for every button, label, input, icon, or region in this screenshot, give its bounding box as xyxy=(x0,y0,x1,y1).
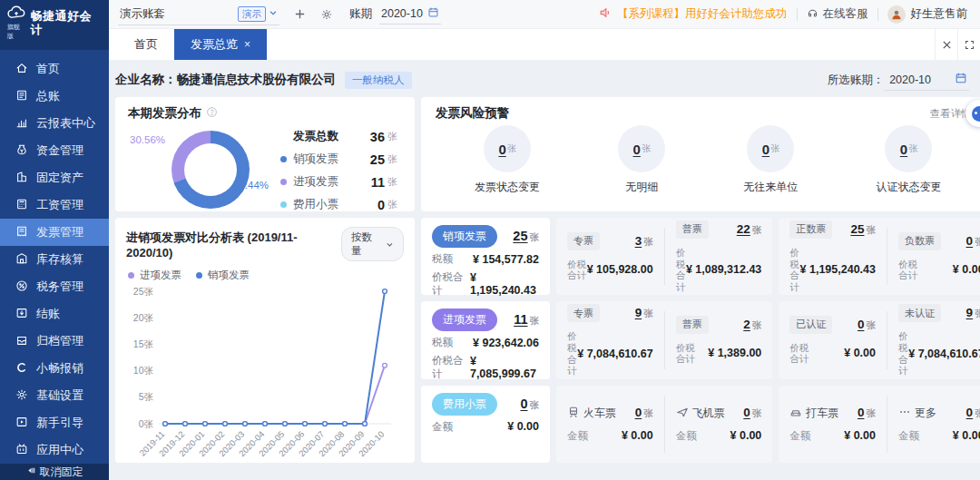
chart-legend-item[interactable]: 进项发票 xyxy=(128,269,181,282)
sidebar: 旗舰版 畅捷通好会计 首页总账云报表中心资金管理固定资产工资管理发票管理库存核算… xyxy=(0,0,109,480)
sub-count-link[interactable]: 9张 xyxy=(635,306,653,320)
sub-tag: 未认证 xyxy=(898,304,941,322)
divider xyxy=(664,228,665,285)
demo-tag: 演示 xyxy=(238,6,266,22)
sub-count-link[interactable]: 25张 xyxy=(850,222,876,237)
sub-count-link[interactable]: 9张 xyxy=(966,306,980,320)
sidebar-item-guide[interactable]: 新手引导 xyxy=(0,409,109,436)
sub-item-已认证: 已认证0张价税合计¥ 0.00 xyxy=(789,309,876,371)
sidebar-item-label: 首页 xyxy=(36,61,60,77)
sidebar-item-ledger[interactable]: 总账 xyxy=(0,83,109,110)
sub-label: 金额 xyxy=(789,429,810,443)
fixed-assets-icon xyxy=(15,171,28,186)
help-icon[interactable] xyxy=(206,106,218,121)
sub-count-link[interactable]: 2张 xyxy=(743,318,761,332)
sidebar-item-archive[interactable]: 归档管理 xyxy=(0,328,109,355)
close-tabs-button[interactable] xyxy=(935,29,957,60)
risk-item: 0张发票状态变更 xyxy=(475,125,540,195)
risk-item-label: 无往来单位 xyxy=(743,180,798,195)
legend-dot xyxy=(280,156,287,162)
risk-count-button[interactable]: 0张 xyxy=(618,125,665,172)
sidebar-item-salary[interactable]: 工资管理 xyxy=(0,191,109,219)
sub-count-link[interactable]: 0张 xyxy=(858,318,876,332)
expense-receipt-count-link[interactable]: 0张 xyxy=(520,397,539,412)
quantity-filter-button[interactable]: 按数量 xyxy=(341,227,404,261)
sidebar-item-label: 资金管理 xyxy=(36,142,83,159)
fullscreen-button[interactable] xyxy=(957,29,980,60)
calendar-icon xyxy=(955,72,967,87)
app-logo: 旗舰版 畅捷通好会计 xyxy=(0,0,109,50)
sidebar-item-fixed-assets[interactable]: 固定资产 xyxy=(0,164,109,191)
svg-text:5张: 5张 xyxy=(139,391,154,402)
announcement-link[interactable]: 【系列课程】用好好会计助您成功 xyxy=(599,6,788,22)
chart-title: 进销项发票对比分析表 (2019/11-2020/10) xyxy=(126,230,341,260)
sub-tag: 专票 xyxy=(567,232,600,250)
divider xyxy=(887,311,887,368)
sub-item-专票: 专票3张价税合计¥ 105,928.00 xyxy=(567,225,653,288)
closing-icon xyxy=(15,307,28,322)
sub-label: 价税合计 xyxy=(676,342,700,365)
unpin-sidebar-button[interactable]: 取消固定 xyxy=(0,464,109,480)
sidebar-item-label: 云报表中心 xyxy=(36,115,95,132)
sidebar-item-tax[interactable]: 税务管理 xyxy=(0,273,109,300)
tab-home[interactable]: 首页 xyxy=(118,29,174,60)
add-account-set-button[interactable] xyxy=(294,8,306,20)
guide-icon xyxy=(15,416,28,431)
account-set-select[interactable]: 演示账套 演示 xyxy=(118,4,279,25)
donut-label-output-percent: 69.44% xyxy=(233,180,269,191)
distribution-title: 本期发票分布 xyxy=(128,105,201,122)
sidebar-item-closing[interactable]: 结账 xyxy=(0,300,109,328)
sub-count-link[interactable]: 0张 xyxy=(966,234,980,249)
settings-gear-icon[interactable] xyxy=(320,8,333,21)
user-menu[interactable]: 好生意售前 xyxy=(887,5,968,24)
sidebar-item-apps[interactable]: 应用中心 xyxy=(0,436,109,464)
sub-count-link[interactable]: 0张 xyxy=(858,406,876,420)
unpin-icon xyxy=(26,465,36,478)
risk-count-button[interactable]: 0张 xyxy=(885,125,932,172)
sidebar-item-inventory[interactable]: 库存核算 xyxy=(0,246,109,273)
input-invoice-summary-card: 进项发票11张税额¥ 923,642.06价税合计¥ 7,085,999.67 xyxy=(421,301,550,378)
inventory-icon xyxy=(15,252,28,268)
sidebar-item-invoice[interactable]: 发票管理 xyxy=(0,219,109,246)
period-select[interactable]: 2020-10 xyxy=(379,4,441,24)
input-invoice-count-link[interactable]: 11张 xyxy=(514,312,539,328)
risk-count-button[interactable]: 0张 xyxy=(747,125,794,172)
sidebar-item-funds[interactable]: 资金管理 xyxy=(0,137,109,164)
sub-value: ¥ 0.00 xyxy=(622,429,653,442)
sidebar-item-label: 库存核算 xyxy=(36,251,83,268)
chart-legend-item[interactable]: 销项发票 xyxy=(196,269,250,282)
sub-count-link[interactable]: 22张 xyxy=(737,222,762,237)
risk-item-label: 认证状态变更 xyxy=(876,180,941,195)
selected-period-select[interactable]: 2020-10 xyxy=(884,69,969,91)
summary-line: 价税合计¥ 1,195,240.43 xyxy=(432,270,539,298)
tab-invoice-overview[interactable]: 发票总览 × xyxy=(174,29,267,60)
tab-close-icon[interactable]: × xyxy=(244,38,250,51)
sub-count-link[interactable]: 0张 xyxy=(966,406,980,420)
sub-count-link[interactable]: 0张 xyxy=(635,406,653,420)
chart-legend: 进项发票销项发票 xyxy=(128,269,404,282)
headset-icon xyxy=(807,7,818,22)
legend-unit: 张 xyxy=(387,152,402,166)
sub-label: 价税合计 xyxy=(567,259,587,281)
divider xyxy=(664,396,665,453)
sub-count-link[interactable]: 0张 xyxy=(743,406,761,420)
output-invoice-count-link[interactable]: 25张 xyxy=(513,229,539,244)
donut-label-input-percent: 30.56% xyxy=(130,134,165,145)
sidebar-item-label: 发票管理 xyxy=(36,224,83,240)
sidebar-item-label: 归档管理 xyxy=(36,333,83,349)
sidebar-item-reimburse[interactable]: 小畅报销 xyxy=(0,355,109,382)
online-service-link[interactable]: 在线客服 xyxy=(807,6,868,22)
sub-count-link[interactable]: 3张 xyxy=(635,234,653,249)
sidebar-item-home[interactable]: 首页 xyxy=(0,55,109,83)
sub-value: ¥ 0.00 xyxy=(953,429,980,442)
announcement-text: 【系列课程】用好好会计助您成功 xyxy=(617,6,788,22)
sub-label: 价税合计 xyxy=(676,247,686,292)
archive-icon xyxy=(15,334,28,349)
risk-count-button[interactable]: 0张 xyxy=(484,125,531,172)
svg-text:10张: 10张 xyxy=(133,365,154,376)
sidebar-item-cloud-reports[interactable]: 云报表中心 xyxy=(0,110,109,137)
sub-label: 价税合计 xyxy=(898,259,922,281)
svg-text:25张: 25张 xyxy=(133,286,154,297)
sub-tag: 普票 xyxy=(676,220,709,239)
sidebar-item-settings[interactable]: 基础设置 xyxy=(0,382,109,409)
